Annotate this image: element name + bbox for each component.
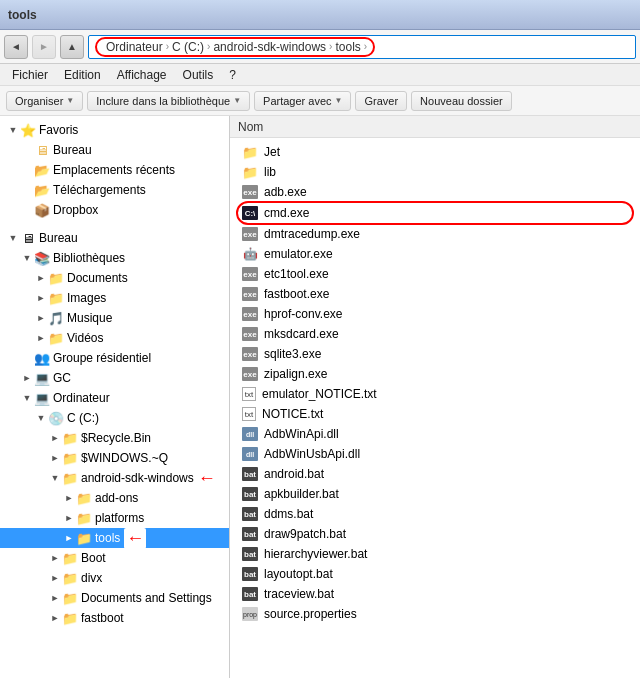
expand-bureau[interactable]: ▼: [6, 231, 20, 245]
include-library-button[interactable]: Inclure dans la bibliothèque▼: [87, 91, 250, 111]
prop-icon: prop: [242, 607, 258, 621]
col-name-label: Nom: [238, 120, 263, 134]
recycle-icon: 📁: [62, 430, 78, 446]
exe-icon: exe: [242, 185, 258, 199]
sidebar-item-bureau-fav[interactable]: 🖥 Bureau: [0, 140, 229, 160]
sidebar-item-windows-q[interactable]: ► 📁 $WINDOWS.~Q: [0, 448, 229, 468]
file-row[interactable]: txt NOTICE.txt: [238, 404, 632, 424]
images-icon: 📁: [48, 290, 64, 306]
addr-tools[interactable]: tools: [332, 39, 363, 55]
addr-ordinateur[interactable]: Ordinateur: [103, 39, 166, 55]
file-row[interactable]: bat apkbuilder.bat: [238, 484, 632, 504]
addr-android-sdk[interactable]: android-sdk-windows: [210, 39, 329, 55]
organiser-button[interactable]: Organiser▼: [6, 91, 83, 111]
file-row[interactable]: dll AdbWinUsbApi.dll: [238, 444, 632, 464]
sidebar-item-emplacements[interactable]: 📂 Emplacements récents: [0, 160, 229, 180]
address-box[interactable]: Ordinateur › C (C:) › android-sdk-window…: [88, 35, 636, 59]
sidebar-item-gc[interactable]: ► 💻 GC: [0, 368, 229, 388]
addr-cdrive[interactable]: C (C:): [169, 39, 207, 55]
forward-button[interactable]: ►: [32, 35, 56, 59]
sidebar-item-cdrive[interactable]: ▼ 💿 C (C:): [0, 408, 229, 428]
file-row[interactable]: 📁 Jet: [238, 142, 632, 162]
file-row-cmd[interactable]: C:\ cmd.exe: [238, 203, 632, 223]
sidebar-item-boot[interactable]: ► 📁 Boot: [0, 548, 229, 568]
exe-icon: exe: [242, 267, 258, 281]
sidebar-item-documents[interactable]: ► 📁 Documents: [0, 268, 229, 288]
title-bar-text: tools: [8, 8, 37, 22]
bat-icon: bat: [242, 567, 258, 581]
sidebar-item-bureau[interactable]: ▼ 🖥 Bureau: [0, 228, 229, 248]
sidebar-item-telechargements[interactable]: 📂 Téléchargements: [0, 180, 229, 200]
sidebar-item-documents-settings[interactable]: ► 📁 Documents and Settings: [0, 588, 229, 608]
burn-button[interactable]: Graver: [355, 91, 407, 111]
folder-icon: 📁: [242, 144, 258, 160]
bat-icon: bat: [242, 587, 258, 601]
bat-icon: bat: [242, 527, 258, 541]
menu-affichage[interactable]: Affichage: [109, 66, 175, 84]
file-row[interactable]: 🤖 emulator.exe: [238, 244, 632, 264]
library-icon: 📚: [34, 250, 50, 266]
menu-help[interactable]: ?: [221, 66, 244, 84]
file-list: 📁 Jet 📁 lib exe adb.exe C:\: [230, 138, 640, 628]
sidebar-item-tools[interactable]: ► 📁 tools ←: [0, 528, 229, 548]
dll-icon: dll: [242, 427, 258, 441]
column-header: Nom: [230, 116, 640, 138]
expand-favoris[interactable]: ▼: [6, 123, 20, 137]
sidebar-item-dropbox[interactable]: 📦 Dropbox: [0, 200, 229, 220]
file-row[interactable]: txt emulator_NOTICE.txt: [238, 384, 632, 404]
star-icon: ⭐: [20, 122, 36, 138]
exe-icon: exe: [242, 227, 258, 241]
download-icon: 📂: [34, 182, 50, 198]
file-row[interactable]: bat hierarchyviewer.bat: [238, 544, 632, 564]
file-row[interactable]: exe dmtracedump.exe: [238, 224, 632, 244]
file-row[interactable]: exe mksdcard.exe: [238, 324, 632, 344]
exe-icon: exe: [242, 347, 258, 361]
sidebar-item-fastboot[interactable]: ► 📁 fastboot: [0, 608, 229, 628]
fastboot-icon: 📁: [62, 610, 78, 626]
file-row[interactable]: exe hprof-conv.exe: [238, 304, 632, 324]
file-row[interactable]: bat draw9patch.bat: [238, 524, 632, 544]
file-row[interactable]: bat ddms.bat: [238, 504, 632, 524]
sidebar-item-addons[interactable]: ► 📁 add-ons: [0, 488, 229, 508]
file-row[interactable]: exe zipalign.exe: [238, 364, 632, 384]
sidebar-item-bibliotheques[interactable]: ▼ 📚 Bibliothèques: [0, 248, 229, 268]
video-icon: 📁: [48, 330, 64, 346]
sidebar-item-videos[interactable]: ► 📁 Vidéos: [0, 328, 229, 348]
file-row[interactable]: exe fastboot.exe: [238, 284, 632, 304]
cmd-icon: C:\: [242, 206, 258, 220]
sidebar-item-recycle[interactable]: ► 📁 $Recycle.Bin: [0, 428, 229, 448]
menu-outils[interactable]: Outils: [175, 66, 222, 84]
file-row[interactable]: bat layoutopt.bat: [238, 564, 632, 584]
right-panel: Nom 📁 Jet 📁 lib exe adb.exe: [230, 116, 640, 678]
menu-edition[interactable]: Edition: [56, 66, 109, 84]
desktop-icon: 🖥: [20, 230, 36, 246]
file-row[interactable]: exe sqlite3.exe: [238, 344, 632, 364]
sidebar-item-android-sdk[interactable]: ▼ 📁 android-sdk-windows ←: [0, 468, 229, 488]
file-row[interactable]: bat android.bat: [238, 464, 632, 484]
sidebar-item-musique[interactable]: ► 🎵 Musique: [0, 308, 229, 328]
new-folder-button[interactable]: Nouveau dossier: [411, 91, 512, 111]
arrow-tools: ←: [124, 528, 146, 549]
menu-fichier[interactable]: Fichier: [4, 66, 56, 84]
toolbar: Organiser▼ Inclure dans la bibliothèque▼…: [0, 86, 640, 116]
share-button[interactable]: Partager avec▼: [254, 91, 351, 111]
folder-icon: 📁: [48, 270, 64, 286]
back-button[interactable]: ◄: [4, 35, 28, 59]
left-panel: ▼ ⭐ Favoris 🖥 Bureau 📂 Emplacements réce…: [0, 116, 230, 678]
file-row[interactable]: bat traceview.bat: [238, 584, 632, 604]
sidebar-item-favoris[interactable]: ▼ ⭐ Favoris: [0, 120, 229, 140]
file-row[interactable]: prop source.properties: [238, 604, 632, 624]
file-row[interactable]: dll AdbWinApi.dll: [238, 424, 632, 444]
up-button[interactable]: ▲: [60, 35, 84, 59]
sidebar-item-divx[interactable]: ► 📁 divx: [0, 568, 229, 588]
file-row[interactable]: exe adb.exe: [238, 182, 632, 202]
sidebar-item-ordinateur[interactable]: ▼ 💻 Ordinateur: [0, 388, 229, 408]
sidebar-item-platforms[interactable]: ► 📁 platforms: [0, 508, 229, 528]
folder-icon: 🖥: [34, 142, 50, 158]
sidebar-item-images[interactable]: ► 📁 Images: [0, 288, 229, 308]
sidebar-item-groupe[interactable]: 👥 Groupe résidentiel: [0, 348, 229, 368]
file-row[interactable]: exe etc1tool.exe: [238, 264, 632, 284]
title-bar: tools: [0, 0, 640, 30]
file-row[interactable]: 📁 lib: [238, 162, 632, 182]
address-bar: ◄ ► ▲ Ordinateur › C (C:) › android-sdk-…: [0, 30, 640, 64]
